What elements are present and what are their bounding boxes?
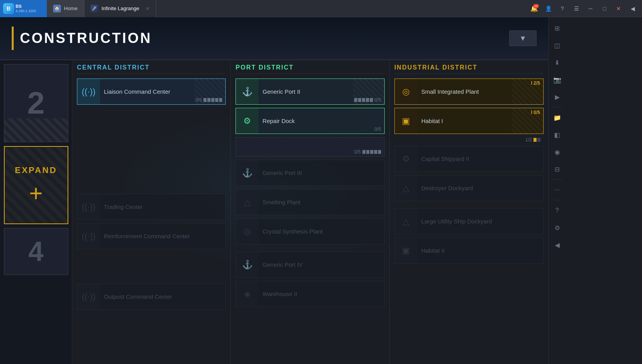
building-habitat-1[interactable]: ▣ Habitat I I 0/5 [394,108,544,134]
trading-info: Trading Center [100,201,225,212]
home-icon: 🏠 [53,5,61,12]
liaison-icon: ((·)) [77,79,100,104]
page-title: CONSTRUCTION [20,30,152,46]
tool-copy[interactable]: ⊟ [550,162,564,176]
port-district: PORT DISTRICT ⚓ Generic Port II [231,60,389,364]
industrial-district: INDUSTRIAL DISTRICT ◎ Small Integrated P… [390,60,548,364]
divider-ticks [533,138,540,142]
tool-play[interactable]: ▶ [550,90,564,104]
building-smelting-plant[interactable]: △ Smelting Plant [235,189,384,215]
tool-download[interactable]: ⬇ [550,55,564,70]
game-area: CONSTRUCTION ▼ 2 EXPAND + 4 [0,17,548,364]
notification-button[interactable]: 🔔 10 [528,2,540,15]
tool-camera[interactable]: 📷 [550,73,564,87]
title-area: CONSTRUCTION [12,27,152,50]
districts-area: CENTRAL DISTRICT ((·)) Liaison Command C… [72,60,548,364]
outpost-name: Outpost Command Center [104,293,221,300]
tool-dots[interactable]: ··· [550,183,564,197]
tool-layers[interactable]: ◧ [550,128,564,142]
tool-back[interactable]: ◀ [550,238,564,252]
building-crystal-synthesis[interactable]: ◎ Crystal Synthesis Plant [235,218,384,244]
logo-text: BS 4.280.1.1002 [16,4,36,13]
tick-4 [374,150,377,154]
tab-home[interactable]: 🏠 Home [47,0,84,17]
level-4-card: 4 [4,228,68,275]
tick-inactive [537,138,540,142]
expand-button[interactable]: EXPAND + [4,146,68,224]
spacer [394,204,544,208]
industrial-district-header: INDUSTRIAL DISTRICT [394,64,544,74]
spacer [235,248,384,252]
tick-5 [378,150,381,154]
tool-expand[interactable]: ⊞ [550,21,564,35]
building-warehouse-2[interactable]: ◈ Warehouse II [235,281,384,307]
building-empty-slot[interactable]: 0/5 [235,137,384,157]
building-liaison-command-center[interactable]: ((·)) Liaison Command Center 0/5 [77,79,226,105]
level-2-card: 2 [4,64,68,142]
building-capital-shipyard[interactable]: ⚙ Capital Shipyard II [394,146,544,172]
minimize-button[interactable]: ─ [584,2,597,15]
building-trading-center[interactable]: ((·)) Trading Center [77,194,226,220]
central-district: CENTRAL DISTRICT ((·)) Liaison Command C… [72,60,231,364]
building-destroyer-dockyard[interactable]: △ Destroyer Dockyard [394,175,544,201]
port4-icon: ⚓ [236,252,259,277]
repair-progress-text: 0/5 [374,127,381,132]
trading-name: Trading Center [104,203,221,210]
utility-icon: △ [395,209,417,234]
bluestacks-logo: B BS 4.280.1.1002 [0,0,47,17]
tab-close[interactable]: ✕ [146,6,150,11]
building-generic-port-2[interactable]: ⚓ Generic Port II [235,79,384,105]
building-large-utility-dockyard[interactable]: △ Large Utility Ship Dockyard [394,208,544,234]
outpost-info: Outpost Command Center [100,291,225,302]
help-button[interactable]: ? [556,2,569,15]
building-small-integrated[interactable]: ◎ Small Integrated Plant I 2/5 [394,79,544,105]
building-repair-dock[interactable]: ⚙ Repair Dock 0/5 [235,108,384,134]
habitat1-icon: ▣ [395,108,417,134]
reinforcement-icon: ((·)) [77,223,100,249]
tab-game[interactable]: 🚀 Infinite Lagrange ✕ [84,0,156,17]
right-sidebar: ⊞ ◫ ⬇ 📷 ▶ 📁 ◧ ◉ ⊟ ··· ? ⚙ ◀ [548,17,565,364]
crystal-info: Crystal Synthesis Plant [259,226,384,237]
warehouse-info: Warehouse II [259,288,384,300]
maximize-button[interactable]: □ [598,2,611,15]
left-sidebar: 2 EXPAND + 4 [0,60,72,364]
empty-info [236,145,384,149]
building-habitat-2[interactable]: ▣ Habitat II [394,237,544,264]
menu-button[interactable]: ☰ [570,2,583,15]
sidebar-toggle[interactable]: ◀ [626,2,639,15]
close-button[interactable]: ✕ [612,2,625,15]
destroyer-name: Destroyer Dockyard [421,185,539,191]
tick-active [533,138,537,142]
outpost-icon: ((·)) [77,284,100,309]
port-district-header: PORT DISTRICT [235,64,384,74]
level-2-number: 2 [27,85,45,121]
tick-2 [366,150,369,154]
warehouse-icon: ◈ [236,281,259,307]
level-4-number: 4 [29,236,44,267]
repair-name: Repair Dock [262,118,380,124]
destroyer-info: Destroyer Dockyard [417,182,543,194]
collapse-button[interactable]: ▼ [509,30,537,46]
tool-location[interactable]: ◉ [550,145,564,159]
building-generic-port-4[interactable]: ⚓ Generic Port IV [235,252,384,278]
sidebar-divider-2 [553,179,562,180]
content-area: 2 EXPAND + 4 CENTRAL DISTRICT [0,60,548,364]
central-district-header: CENTRAL DISTRICT [77,64,226,74]
card-stripe [353,79,384,104]
industrial-divider: 1/2 [394,137,544,143]
account-button[interactable]: 👤 [542,2,555,15]
expand-stripes [5,147,68,223]
utility-name: Large Utility Ship Dockyard [421,218,539,225]
crystal-name: Crystal Synthesis Plant [262,228,380,235]
tool-settings[interactable]: ⚙ [550,221,564,235]
port3-icon: ⚓ [236,160,259,186]
smelting-icon: △ [236,189,259,215]
building-reinforcement-command[interactable]: ((·)) Reinforcement Command Center [77,223,226,249]
tool-layout[interactable]: ◫ [550,38,564,52]
capital-name: Capital Shipyard II [421,155,539,162]
tool-help[interactable]: ? [550,203,564,218]
building-outpost-command[interactable]: ((·)) Outpost Command Center [77,284,226,310]
building-generic-port-3[interactable]: ⚓ Generic Port III [235,160,384,186]
port3-name: Generic Port III [262,170,380,176]
tool-folder[interactable]: 📁 [550,111,564,125]
